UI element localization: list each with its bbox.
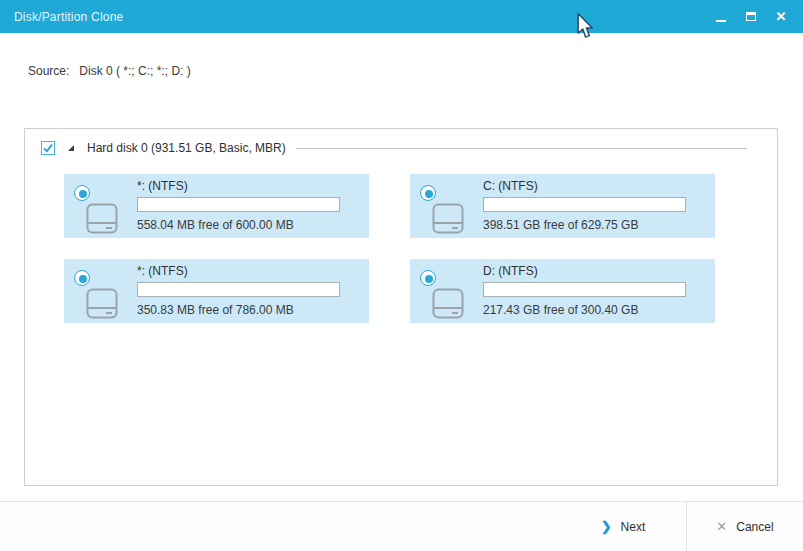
cancel-x-icon: ✕ <box>716 519 727 534</box>
partition-radio[interactable] <box>420 270 436 286</box>
source-label: Source: <box>28 64 69 78</box>
partition-card[interactable]: *: (NTFS) 350.83 MB free of 786.00 MB <box>64 259 369 323</box>
disk-group-label: Hard disk 0 (931.51 GB, Basic, MBR) <box>87 141 286 155</box>
partition-radio[interactable] <box>74 270 90 286</box>
minimize-icon <box>716 20 726 22</box>
disk-group-checkbox[interactable] <box>41 141 55 155</box>
disk-drive-icon <box>86 288 118 319</box>
footer: ❯ Next ✕ Cancel <box>0 501 803 551</box>
partition-label: C: (NTFS) <box>483 179 538 193</box>
close-icon: ✕ <box>776 10 787 23</box>
next-button[interactable]: ❯ Next <box>560 502 686 551</box>
usage-bar <box>137 197 340 212</box>
maximize-icon <box>746 12 756 21</box>
titlebar: Disk/Partition Clone ✕ <box>0 0 803 33</box>
partition-label: *: (NTFS) <box>137 179 188 193</box>
next-chevron-icon: ❯ <box>601 519 612 534</box>
expand-triangle-icon[interactable] <box>68 145 74 151</box>
next-button-label: Next <box>621 520 646 534</box>
window-controls: ✕ <box>709 5 793 29</box>
source-value: Disk 0 ( *:; C:; *:; D: ) <box>79 64 190 78</box>
checkmark-icon <box>42 142 54 154</box>
disk-drive-icon <box>432 203 464 234</box>
free-space-text: 350.83 MB free of 786.00 MB <box>137 303 294 317</box>
disk-group-header: Hard disk 0 (931.51 GB, Basic, MBR) <box>41 140 761 156</box>
disk-drive-icon <box>86 203 118 234</box>
free-space-text: 217.43 GB free of 300.40 GB <box>483 303 638 317</box>
free-space-text: 558.04 MB free of 600.00 MB <box>137 218 294 232</box>
cancel-button-label: Cancel <box>736 520 773 534</box>
header-rule <box>296 148 747 149</box>
partition-radio[interactable] <box>74 185 90 201</box>
close-button[interactable]: ✕ <box>769 5 793 29</box>
usage-bar <box>483 282 686 297</box>
minimize-button[interactable] <box>709 5 733 29</box>
partition-panel: Hard disk 0 (931.51 GB, Basic, MBR) *: (… <box>24 128 778 486</box>
partition-card[interactable]: C: (NTFS) 398.51 GB free of 629.75 GB <box>410 174 715 238</box>
footer-spacer <box>0 502 560 551</box>
usage-bar <box>483 197 686 212</box>
partition-label: D: (NTFS) <box>483 264 538 278</box>
disk-partition-clone-window: Disk/Partition Clone ✕ Source: Disk 0 ( … <box>0 0 803 551</box>
cancel-button[interactable]: ✕ Cancel <box>686 502 803 551</box>
partition-cards: *: (NTFS) 558.04 MB free of 600.00 MB C:… <box>64 174 715 323</box>
partition-card[interactable]: D: (NTFS) 217.43 GB free of 300.40 GB <box>410 259 715 323</box>
partition-label: *: (NTFS) <box>137 264 188 278</box>
usage-bar <box>137 282 340 297</box>
partition-radio[interactable] <box>420 185 436 201</box>
free-space-text: 398.51 GB free of 629.75 GB <box>483 218 638 232</box>
disk-drive-icon <box>432 288 464 319</box>
window-title: Disk/Partition Clone <box>14 10 123 24</box>
partition-card[interactable]: *: (NTFS) 558.04 MB free of 600.00 MB <box>64 174 369 238</box>
source-row: Source: Disk 0 ( *:; C:; *:; D: ) <box>28 64 191 78</box>
maximize-button[interactable] <box>739 5 763 29</box>
